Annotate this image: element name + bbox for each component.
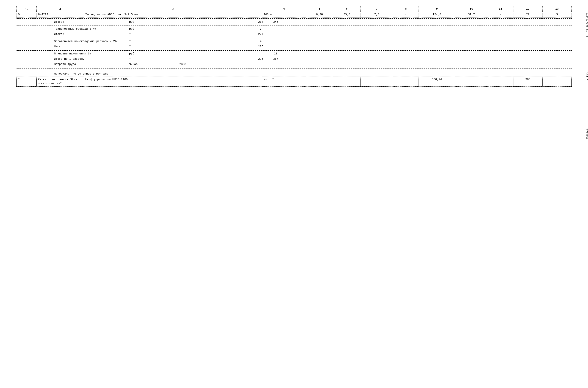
itogo4-col13: 367 (268, 57, 283, 61)
rowi-col13 (542, 77, 571, 87)
row9-col12: I2 (513, 12, 542, 18)
row9-col11: - (488, 12, 513, 18)
main-table: п. 2 3 4 5 6 7 8 9 IO II I2 I3 (16, 6, 572, 87)
page-range: - I34- (586, 71, 588, 80)
row9-code: 8-42II (36, 12, 84, 18)
zatrat-unit: ч/час (129, 63, 146, 66)
row9-col8: - (393, 12, 419, 18)
itogo2-col12: 22I (253, 33, 268, 36)
col-header-3: 3 (84, 6, 262, 12)
itogo4-label: Итого по I разделу (54, 57, 129, 61)
itogo1-unit: руб. (129, 21, 146, 24)
col-header-13: I3 (542, 6, 571, 12)
zatrat-label: Затраты труда (54, 63, 129, 66)
plan-label: Плановые накопления 6% (54, 52, 129, 55)
row9-unit: I00 м. (262, 12, 306, 18)
itogo4-unit: " (129, 57, 146, 61)
col-header-7: 7 (360, 6, 393, 12)
row9-col6: 73,0 (333, 12, 360, 18)
rowi-col12: 366 (513, 77, 542, 87)
rowi-col9: 366,24 (419, 77, 455, 87)
zatrat-col7: 2333 (174, 63, 191, 66)
header-row: п. 2 3 4 5 6 7 8 9 IO II I2 I3 (17, 6, 572, 12)
col-header-12: I2 (513, 6, 542, 12)
itogo3-col12: 225 (253, 45, 268, 48)
itogo3-unit: " (129, 45, 146, 48)
transport-unit: руб. (129, 27, 146, 31)
rowi-source: Каталог цен тре-ста "Мос-электро-монтаж" (36, 77, 84, 87)
row-9: 9. 8-42II То же, марки АВВГ сеч. 3х2,5 м… (17, 12, 572, 18)
row-i: I. Каталог цен тре-ста "Мос-электро-монт… (17, 77, 572, 87)
row9-col10: 3I,7 (455, 12, 488, 18)
zagot-unit: " (129, 40, 146, 43)
itogo2-unit: " (129, 33, 146, 36)
row9-description: То же, марки АВВГ сеч. 3х2,5 мм. (84, 12, 262, 18)
itogo4-col12: 225 (253, 57, 268, 61)
rowi-num: I. (17, 77, 37, 87)
row9-col5: 0,IO (306, 12, 333, 18)
col-header-p: п. (17, 6, 37, 12)
itogo1-col12: 2I4 (253, 21, 268, 24)
transport-col12: 7 (253, 27, 268, 31)
col-header-11: II (488, 6, 513, 12)
itogo3-label: Итого: (54, 45, 129, 48)
col-header-8: 8 (393, 6, 419, 12)
itogo1-col13: 346 (268, 21, 283, 24)
col-header-10: IO (455, 6, 488, 12)
col-header-2: 2 (36, 6, 84, 12)
transport-label: Транспортные расходы 3,4% (54, 27, 129, 31)
rowi-unit: шт. I (262, 77, 306, 87)
rowi-col10 (455, 77, 488, 87)
plan-unit: руб. (129, 52, 146, 55)
row9-num: 9. (17, 12, 37, 18)
rowi-col5 (306, 77, 333, 87)
summary-block-row: Итого: руб. 2I4 346 (17, 18, 572, 77)
zagot-col12: 4 (253, 40, 268, 43)
rowi-col7 (360, 77, 393, 87)
col-header-4: 4 (262, 6, 306, 12)
row9-col9: I24,0 (419, 12, 455, 18)
row9-col7: 7,3 (360, 12, 393, 18)
col-header-5: 5 (306, 6, 333, 12)
row9-col13: 3 (542, 12, 571, 18)
itogo1-label: Итого: (54, 21, 129, 24)
doc-number-bottom: I5964-04 (586, 128, 588, 139)
rowi-col6 (333, 77, 360, 87)
col-header-9: 9 (419, 6, 455, 12)
itogo2-label: Итого: (54, 33, 129, 36)
doc-number-top: Лл. I7 26I-I2-I73- (586, 11, 588, 38)
rowi-description: Шкаф управления ШЮЭС-IIO6 (84, 77, 262, 87)
zagot-label: Заготовительно-складские расходы – 2% (54, 40, 129, 43)
plan-col13: 2I (268, 52, 283, 55)
rowi-col11 (488, 77, 513, 87)
materials-header: Материалы, не учтенные в монтаже (54, 72, 108, 75)
rowi-col8 (393, 77, 419, 87)
col-header-6: 6 (333, 6, 360, 12)
